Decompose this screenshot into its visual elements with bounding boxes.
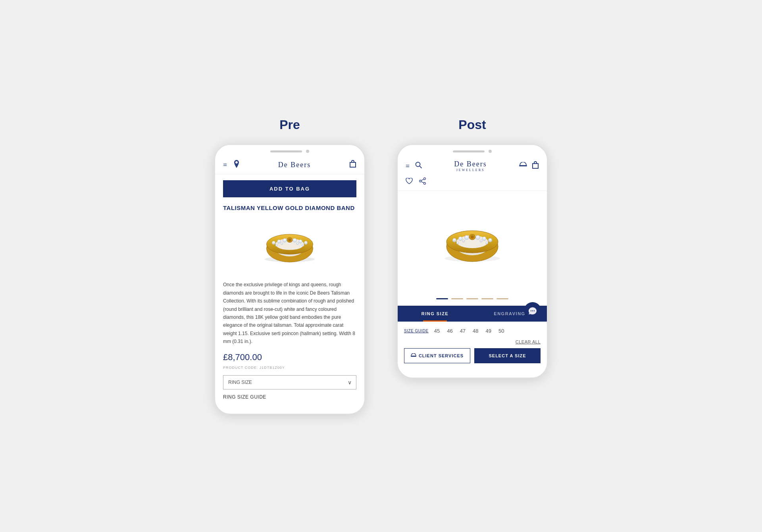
pre-nav-right <box>349 160 356 170</box>
ring-svg <box>254 217 325 273</box>
svg-rect-19 <box>519 165 527 166</box>
clear-all-row: CLEAR ALL <box>398 338 547 348</box>
svg-point-16 <box>302 245 304 247</box>
carousel-dot-4[interactable] <box>481 298 493 299</box>
post-dot <box>489 150 492 153</box>
post-bag-icon[interactable] <box>532 161 539 171</box>
post-phone: ≡ De Beers JEWELLERS <box>397 144 548 378</box>
svg-point-40 <box>480 240 482 242</box>
pre-nav-bar: ≡ De Beers <box>215 156 364 174</box>
svg-line-24 <box>421 182 424 183</box>
svg-point-37 <box>488 238 492 242</box>
post-share-icon[interactable] <box>419 177 426 187</box>
pre-ring-image <box>223 217 356 273</box>
ring-size-guide-link[interactable]: RING SIZE GUIDE <box>223 394 356 400</box>
carousel-dot-3[interactable] <box>466 298 478 299</box>
select-size-button[interactable]: SELECT A SIZE <box>474 348 541 363</box>
pre-brand-center: De Beers <box>240 161 349 169</box>
hat-small-icon <box>411 353 416 358</box>
location-icon[interactable] <box>233 160 240 170</box>
product-code: PRODUCT CODE: J1DTB1Z00Y <box>223 366 356 370</box>
svg-point-38 <box>456 242 459 244</box>
post-column: Post ≡ De Beers <box>397 118 548 378</box>
product-description: Once the exclusive privilege of kings an… <box>223 281 356 345</box>
post-search-icon[interactable] <box>415 162 422 170</box>
svg-point-39 <box>462 240 465 242</box>
svg-rect-45 <box>411 356 416 357</box>
carousel-dots <box>398 294 547 306</box>
size-48[interactable]: 48 <box>471 327 480 335</box>
ring-size-select[interactable]: RING SIZE 45 46 47 48 49 50 <box>223 375 356 389</box>
svg-point-13 <box>275 245 277 247</box>
svg-point-10 <box>293 239 297 243</box>
post-brand-name: De Beers <box>454 160 487 168</box>
pre-nav-left: ≡ <box>223 160 240 170</box>
pre-brand-name: De Beers <box>278 161 311 169</box>
post-nav-left: ≡ <box>406 162 422 170</box>
size-45[interactable]: 45 <box>433 327 441 335</box>
add-to-bag-button[interactable]: ADD TO BAG <box>223 180 356 197</box>
menu-icon[interactable]: ≡ <box>223 161 227 169</box>
size-guide-row: SIZE GUIDE 45 46 47 48 49 50 <box>398 322 547 338</box>
post-pill <box>453 150 485 152</box>
size-47[interactable]: 47 <box>458 327 467 335</box>
post-brand-center: De Beers JEWELLERS <box>422 160 519 172</box>
svg-point-30 <box>452 238 456 242</box>
tab-bar: RING SIZE ENGRAVING <box>398 306 547 322</box>
post-sub-nav <box>398 175 547 191</box>
page-wrapper: Pre ≡ De Beers <box>8 102 754 430</box>
svg-line-18 <box>419 166 421 168</box>
svg-point-36 <box>482 237 486 241</box>
svg-point-31 <box>458 237 462 241</box>
pre-notch-bar <box>215 145 364 156</box>
post-ring-area <box>398 191 547 294</box>
carousel-dot-2[interactable] <box>451 298 463 299</box>
post-nav-right <box>519 161 539 171</box>
tab-engraving[interactable]: ENGRAVING <box>472 306 547 322</box>
svg-point-11 <box>299 240 302 243</box>
size-50[interactable]: 50 <box>497 327 506 335</box>
clear-all-link[interactable]: CLEAR ALL <box>516 339 541 344</box>
svg-point-35 <box>476 235 480 240</box>
svg-point-12 <box>304 241 308 245</box>
svg-point-5 <box>272 241 275 245</box>
pre-pill <box>270 150 302 152</box>
bottom-action-bar: CLIENT SERVICES SELECT A SIZE <box>398 348 547 370</box>
post-nav-bar: ≡ De Beers JEWELLERS <box>398 156 547 175</box>
svg-point-21 <box>424 183 426 185</box>
svg-point-20 <box>424 178 426 180</box>
svg-point-7 <box>283 239 287 243</box>
size-49[interactable]: 49 <box>484 327 493 335</box>
size-guide-label[interactable]: SIZE GUIDE <box>404 329 429 333</box>
svg-point-34 <box>471 235 474 239</box>
carousel-dot-5[interactable] <box>496 298 508 299</box>
tab-ring-size[interactable]: RING SIZE <box>398 306 472 322</box>
svg-point-15 <box>296 243 298 245</box>
pre-content: ADD TO BAG TALISMAN YELLOW GOLD DIAMOND … <box>215 174 364 405</box>
post-notch-bar <box>398 145 547 156</box>
pre-column: Pre ≡ De Beers <box>214 118 365 414</box>
carousel-dot-1[interactable] <box>436 298 448 299</box>
svg-point-32 <box>465 235 469 240</box>
svg-line-23 <box>421 179 424 181</box>
post-heart-icon[interactable] <box>406 178 413 186</box>
svg-point-22 <box>419 180 421 182</box>
pre-dot <box>306 150 309 153</box>
pre-title: Pre <box>279 118 300 132</box>
post-title: Post <box>458 118 486 132</box>
ring-size-select-wrapper: RING SIZE 45 46 47 48 49 50 <box>223 375 356 389</box>
post-brand-sub: JEWELLERS <box>422 168 519 172</box>
product-title: TALISMAN YELLOW GOLD DIAMOND BAND <box>223 204 356 211</box>
svg-point-41 <box>486 242 488 244</box>
post-hat-icon[interactable] <box>519 162 527 170</box>
bag-icon[interactable] <box>349 160 356 170</box>
pre-phone: ≡ De Beers <box>214 144 365 414</box>
product-price: £8,700.00 <box>223 352 356 362</box>
client-services-button[interactable]: CLIENT SERVICES <box>404 348 470 363</box>
post-menu-icon[interactable]: ≡ <box>406 162 410 170</box>
post-ring-svg <box>433 211 512 274</box>
svg-point-9 <box>288 239 291 241</box>
svg-point-14 <box>281 243 283 245</box>
tab-underline <box>423 320 447 322</box>
size-46[interactable]: 46 <box>445 327 454 335</box>
